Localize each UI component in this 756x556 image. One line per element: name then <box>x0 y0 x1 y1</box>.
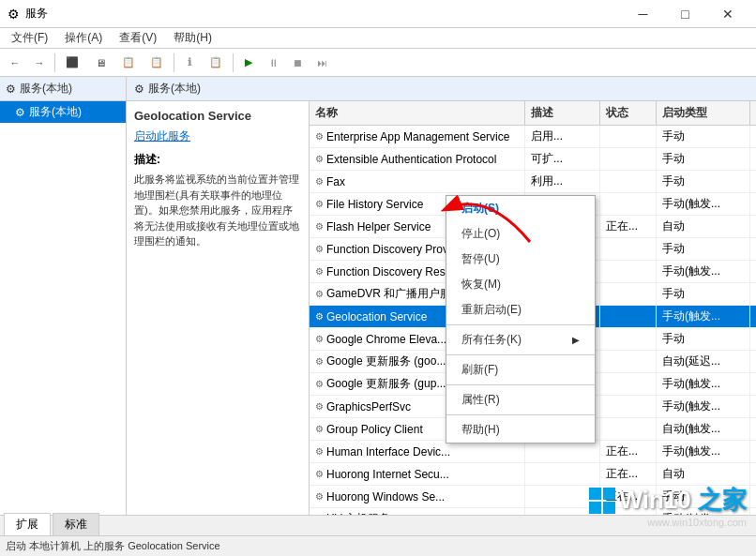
close-button[interactable]: ✕ <box>706 0 748 28</box>
row-status <box>600 148 657 170</box>
row-desc <box>525 463 600 485</box>
app-icon: ⚙ <box>8 7 20 22</box>
table-row[interactable]: ⚙ Huorong Internet Secu... 正在... 自动 <box>310 463 756 486</box>
table-row[interactable]: ⚙ HV 主机服务 手动(触发... <box>310 508 756 515</box>
gear-icon: ⚙ <box>315 199 324 209</box>
toolbar-stop[interactable]: ⏹ <box>286 52 309 74</box>
context-menu-item[interactable]: 刷新(F) <box>446 357 595 383</box>
gear-icon: ⚙ <box>315 469 324 479</box>
left-panel-title: 服务(本地) <box>20 81 72 97</box>
toolbar-btn4[interactable]: 📋 <box>144 52 170 74</box>
menu-file[interactable]: 文件(F) <box>4 28 55 48</box>
row-name: GraphicsPerfSvc <box>326 400 411 413</box>
row-status <box>600 193 657 215</box>
context-menu-item[interactable]: 停止(O) <box>446 221 595 247</box>
table-row[interactable]: ⚙ Fax 利用... 手动 <box>310 171 756 193</box>
col-header-start[interactable]: 启动类型 <box>657 101 750 125</box>
col-header-status[interactable]: 状态 <box>600 101 657 125</box>
context-menu-item[interactable]: 恢复(M) <box>446 272 595 297</box>
context-menu-item[interactable]: 暂停(U) <box>446 247 595 272</box>
row-status <box>600 238 657 260</box>
statusbar-text: 启动 本地计算机 上的服务 Geolocation Service <box>6 539 220 553</box>
toolbar-restart[interactable]: ⏭ <box>310 52 333 74</box>
row-desc: 可扩... <box>525 148 600 170</box>
service-desc-title: 描述: <box>134 152 301 168</box>
content-area: ⚙ 服务(本地) Geolocation Service 启动此服务 描述: 此… <box>127 77 756 515</box>
toolbar-btn5[interactable]: 📋 <box>203 52 229 74</box>
minimize-button[interactable]: ─ <box>622 0 664 28</box>
table-row[interactable]: ⚙ Huorong Windows Se... 正在... 手动 <box>310 486 756 508</box>
gear-icon: ⚙ <box>315 356 324 367</box>
toolbar-start[interactable]: ▶ <box>237 52 260 74</box>
col-header-desc[interactable]: 描述 <box>525 101 600 125</box>
service-start-link[interactable]: 启动此服务 <box>134 128 301 144</box>
row-name: Enterprise App Management Service <box>326 130 509 143</box>
row-status: 正在... <box>600 216 657 237</box>
tree-item-services[interactable]: ⚙ 服务(本地) <box>0 101 126 123</box>
table-row[interactable]: ⚙ Human Interface Devic... 正在... 手动(触发..… <box>310 441 756 463</box>
menubar: 文件(F) 操作(A) 查看(V) 帮助(H) <box>0 28 756 49</box>
service-desc-text: 此服务将监视系统的当前位置并管理地理围栏(具有关联事件的地理位置)。如果您禁用此… <box>134 172 301 249</box>
gear-icon: ⚙ <box>315 334 324 344</box>
gear-icon: ⚙ <box>315 131 324 142</box>
row-name: Huorong Windows Se... <box>326 490 445 503</box>
submenu-arrow: ▶ <box>572 335 580 345</box>
toolbar-info[interactable]: ℹ <box>178 52 201 74</box>
menu-help[interactable]: 帮助(H) <box>166 28 219 48</box>
row-start: 手动(触发... <box>657 441 750 462</box>
content-header: ⚙ 服务(本地) <box>127 77 756 101</box>
row-status <box>600 508 657 515</box>
col-header-name[interactable]: 名称 <box>310 101 525 125</box>
row-name: File History Service <box>326 198 423 211</box>
services-table: 名称 描述 状态 启动类型 ⚙ Enterprise App Managemen… <box>310 101 756 515</box>
maximize-button[interactable]: □ <box>664 0 706 28</box>
context-menu-divider <box>446 414 595 415</box>
context-menu-item[interactable]: 所有任务(K)▶ <box>446 327 595 353</box>
service-info-panel: Geolocation Service 启动此服务 描述: 此服务将监视系统的当… <box>127 101 310 515</box>
context-menu-label: 重新启动(E) <box>461 302 522 318</box>
row-name: Google 更新服务 (goo... <box>326 353 446 369</box>
context-menu-divider <box>446 384 595 385</box>
context-menu-label: 暂停(U) <box>461 251 500 267</box>
context-menu-divider <box>446 324 595 325</box>
toolbar-pause[interactable]: ⏸ <box>262 52 284 74</box>
statusbar: 启动 本地计算机 上的服务 Geolocation Service <box>0 535 756 556</box>
row-name: Fax <box>326 175 345 188</box>
toolbar: ← → ⬛ 🖥 📋 📋 ℹ 📋 ▶ ⏸ ⏹ ⏭ <box>0 49 756 77</box>
menu-view[interactable]: 查看(V) <box>112 28 164 48</box>
row-status <box>600 418 657 440</box>
row-desc: 利用... <box>525 171 600 192</box>
row-start: 手动 <box>657 148 750 170</box>
tab-standard[interactable]: 标准 <box>53 513 99 535</box>
toolbar-btn2[interactable]: 🖥 <box>87 52 113 74</box>
titlebar: ⚙ 服务 ─ □ ✕ <box>0 0 756 28</box>
gear-icon: ⚙ <box>315 154 324 164</box>
context-menu-item[interactable]: 启动(S) <box>446 196 595 221</box>
row-status <box>600 396 657 417</box>
service-name: Geolocation Service <box>134 109 301 123</box>
row-status: 正在... <box>600 486 657 507</box>
gear-icon: ⚙ <box>315 266 324 277</box>
row-start: 自动 <box>657 216 750 237</box>
toolbar-forward[interactable]: → <box>28 52 51 74</box>
bottom-tabs: 扩展 标准 <box>0 515 756 535</box>
toolbar-btn3[interactable]: 📋 <box>115 52 142 74</box>
row-name: Google Chrome Eleva... <box>326 333 446 346</box>
row-desc: 启用... <box>525 126 600 147</box>
table-row[interactable]: ⚙ Extensible Authentication Protocol 可扩.… <box>310 148 756 171</box>
row-name: Huorong Internet Secu... <box>326 468 449 481</box>
gear-icon: ⚙ <box>315 514 324 515</box>
table-row[interactable]: ⚙ Enterprise App Management Service 启用..… <box>310 126 756 148</box>
context-menu-label: 所有任务(K) <box>461 332 522 348</box>
context-menu-item[interactable]: 帮助(H) <box>446 417 595 443</box>
row-start: 自动(延迟... <box>657 351 750 372</box>
context-menu-item[interactable]: 属性(R) <box>446 387 595 413</box>
tab-extended[interactable]: 扩展 <box>4 513 51 535</box>
gear-icon: ⚙ <box>315 176 324 187</box>
row-name: HV 主机服务 <box>326 511 390 515</box>
toolbar-btn1[interactable]: ⬛ <box>59 52 85 74</box>
menu-action[interactable]: 操作(A) <box>57 28 110 48</box>
row-status <box>600 283 657 305</box>
context-menu-item[interactable]: 重新启动(E) <box>446 297 595 323</box>
toolbar-back[interactable]: ← <box>4 52 26 74</box>
